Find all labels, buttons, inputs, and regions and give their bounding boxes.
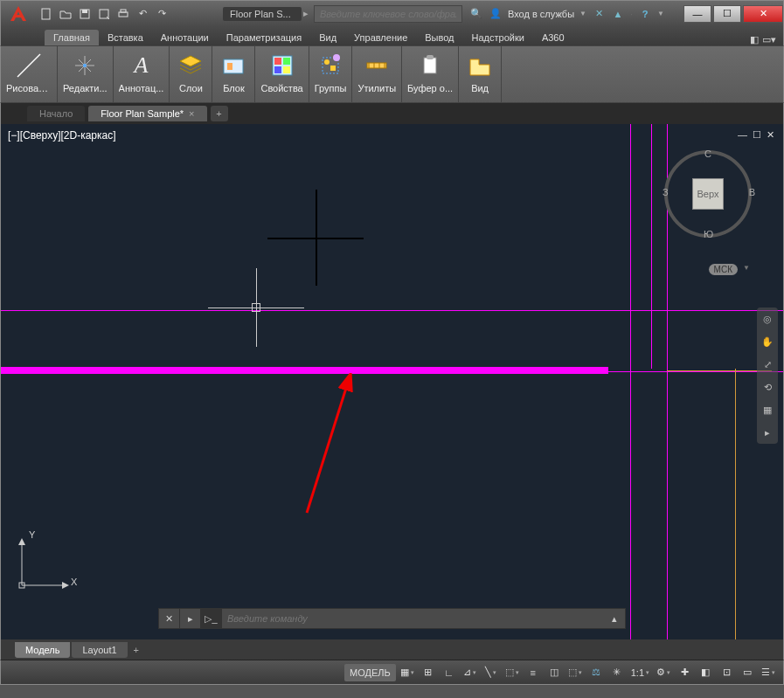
svg-point-7	[83, 64, 87, 67]
cmd-history-icon[interactable]: ▸	[180, 609, 201, 628]
doctab-current[interactable]: Floor Plan Sample*×	[88, 106, 206, 121]
exchange-icon[interactable]: ✕	[592, 7, 606, 21]
status-transparency-icon[interactable]: ◫	[545, 664, 564, 681]
panel-layers[interactable]: Слои	[170, 46, 212, 102]
user-icon[interactable]: 👤	[489, 7, 503, 21]
status-ortho-icon[interactable]: ∟	[440, 664, 459, 681]
nav-wheel-icon[interactable]: ◎	[760, 311, 775, 327]
ucs-badge-dropdown-icon[interactable]: ▼	[743, 264, 750, 272]
print-icon[interactable]	[114, 5, 132, 23]
new-tab-button[interactable]: +	[211, 106, 228, 121]
drawing-area[interactable]: [−][Сверху][2D-каркас] — ☐ ✕ Верх С Ю В …	[0, 124, 784, 639]
menu-tab-insert[interactable]: Вставка	[99, 30, 152, 45]
ribbon: Рисован... Редакти... AАннотац... Слои Б…	[0, 45, 784, 103]
menu-tab-manage[interactable]: Управление	[345, 30, 416, 45]
status-cycling-icon[interactable]: ⬚	[565, 664, 585, 681]
viewcube-top-face[interactable]: Верх	[692, 178, 724, 210]
status-isoplane-icon[interactable]: ╲	[482, 664, 501, 681]
panel-annotation[interactable]: AАннотац...	[114, 46, 170, 102]
layout-tab-layout1[interactable]: Layout1	[72, 642, 127, 658]
command-input[interactable]	[222, 613, 604, 624]
panel-draw[interactable]: Рисован...	[1, 46, 58, 102]
svg-rect-17	[330, 66, 336, 71]
panel-groups[interactable]: Группы	[309, 46, 353, 102]
panel-utilities[interactable]: Утилиты	[352, 46, 402, 102]
status-grid-icon[interactable]: ▦	[398, 664, 417, 681]
cmd-menu-icon[interactable]: ▴	[604, 609, 625, 628]
viewcube-west: З	[663, 187, 669, 197]
menu-tab-view[interactable]: Вид	[310, 30, 345, 45]
status-scale[interactable]: 1:1	[628, 664, 652, 681]
nav-zoom-icon[interactable]: ⤢	[760, 356, 775, 372]
binoculars-icon[interactable]: 🔍	[469, 7, 483, 21]
panel-block[interactable]: Блок	[212, 46, 255, 102]
menu-tab-home[interactable]: Главная	[45, 30, 99, 45]
status-polar-icon[interactable]: ⊿	[461, 664, 480, 681]
viewport-label[interactable]: [−][Сверху][2D-каркас]	[8, 129, 116, 142]
vp-close-icon[interactable]: ✕	[767, 129, 774, 141]
panel-view[interactable]: Вид	[459, 46, 502, 102]
ucs-badge[interactable]: МСК	[709, 264, 738, 275]
nav-showmotion-icon[interactable]: ▦	[760, 402, 775, 418]
svg-rect-0	[42, 9, 50, 19]
featured-apps-icon[interactable]: ◧	[750, 34, 759, 45]
status-hardware-icon[interactable]: ⊡	[717, 664, 736, 681]
menu-tab-addins[interactable]: Надстройки	[463, 30, 533, 45]
login-label[interactable]: Вход в службы	[508, 9, 574, 19]
title-dropdown-icon[interactable]: ▸	[303, 8, 309, 19]
saveas-icon[interactable]	[95, 5, 113, 23]
svg-line-26	[307, 385, 347, 513]
ribbon-collapse-icon[interactable]: ▭▾	[762, 34, 776, 45]
maximize-button[interactable]: ☐	[713, 5, 741, 23]
nav-expand-icon[interactable]: ▸	[760, 425, 775, 440]
redo-icon[interactable]: ↷	[153, 5, 170, 23]
vp-minimize-icon[interactable]: —	[738, 129, 747, 141]
layout-tab-add[interactable]: +	[129, 645, 143, 655]
status-snap-icon[interactable]: ⊞	[419, 664, 438, 681]
cmd-close-icon[interactable]: ✕	[159, 609, 180, 628]
status-annovis-icon[interactable]: ✳	[607, 664, 627, 681]
svg-rect-24	[424, 58, 436, 73]
search-input[interactable]	[314, 5, 462, 23]
viewcube[interactable]: Верх С Ю В З	[664, 150, 752, 238]
vp-maximize-icon[interactable]: ☐	[753, 129, 761, 141]
status-annomon-icon[interactable]: ✚	[675, 664, 694, 681]
svg-marker-29	[18, 538, 25, 545]
app-logo[interactable]	[3, 2, 34, 26]
status-isolate-icon[interactable]: ◧	[696, 664, 715, 681]
nav-orbit-icon[interactable]: ⟲	[760, 379, 775, 395]
close-button[interactable]: ✕	[743, 5, 783, 23]
status-customize-icon[interactable]: ☰	[759, 664, 778, 681]
layout-tabs: Модель Layout1 +	[0, 639, 784, 660]
save-icon[interactable]	[76, 5, 94, 23]
status-lineweight-icon[interactable]: ≡	[524, 664, 543, 681]
panel-clipboard[interactable]: Буфер о...	[402, 46, 459, 102]
status-ws-icon[interactable]: ⚙	[654, 664, 673, 681]
layout-tab-model[interactable]: Модель	[15, 642, 70, 658]
orangeline-v	[735, 369, 736, 639]
cmd-prompt-icon[interactable]: ▷_	[201, 609, 222, 628]
status-cleanscreen-icon[interactable]: ▭	[738, 664, 757, 681]
status-annoscale-icon[interactable]: ⚖	[586, 664, 606, 681]
panel-modify[interactable]: Редакти...	[58, 46, 114, 102]
new-icon[interactable]	[38, 5, 55, 23]
svg-point-18	[333, 54, 340, 61]
panel-properties[interactable]: Свойства	[255, 46, 309, 102]
nav-pan-icon[interactable]: ✋	[760, 334, 775, 349]
status-osnap-icon[interactable]: ⬚	[503, 664, 522, 681]
close-tab-icon[interactable]: ×	[189, 108, 194, 119]
minimize-button[interactable]: —	[683, 5, 711, 23]
menu-tab-output[interactable]: Вывод	[416, 30, 462, 45]
svg-rect-2	[82, 10, 87, 13]
undo-icon[interactable]: ↶	[134, 5, 151, 23]
doctab-start[interactable]: Начало	[27, 106, 85, 121]
svg-rect-11	[274, 58, 281, 65]
a360-icon[interactable]: ▲	[611, 7, 625, 21]
menu-tab-parametric[interactable]: Параметризация	[218, 30, 310, 45]
open-icon[interactable]	[57, 5, 74, 23]
menu-tab-annotate[interactable]: Аннотации	[152, 30, 218, 45]
svg-rect-12	[283, 58, 290, 65]
help-icon[interactable]: ?	[638, 7, 652, 21]
menu-tab-a360[interactable]: A360	[533, 30, 573, 45]
status-model-button[interactable]: МОДЕЛЬ	[344, 664, 396, 681]
